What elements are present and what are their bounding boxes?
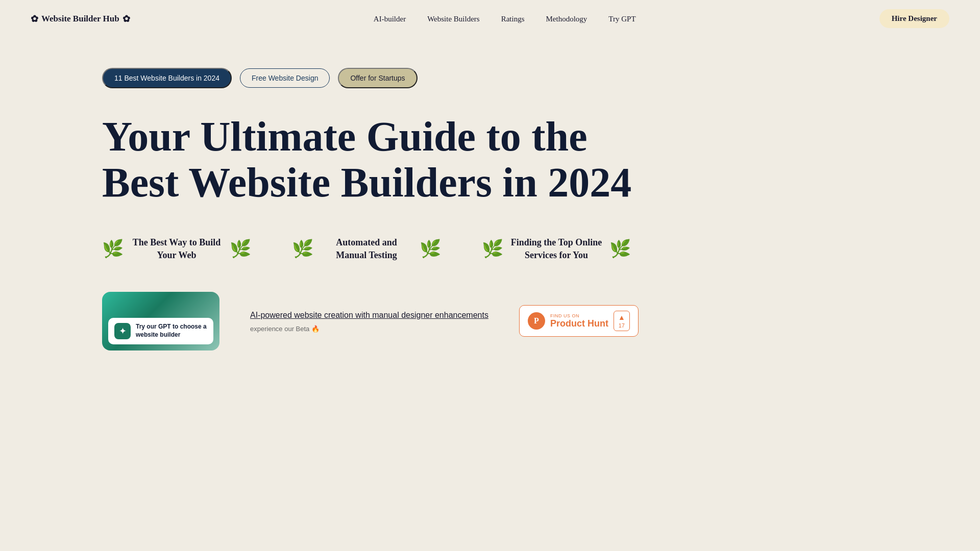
nav-methodology[interactable]: Methodology	[546, 15, 587, 23]
nav-ratings[interactable]: Ratings	[501, 15, 525, 23]
bottom-row: ✦ Try our GPT to choose a website builde…	[102, 292, 878, 381]
feature-services: 🌿 Finding the Top Online Services for Yo…	[482, 236, 631, 261]
gpt-icon: ✦	[114, 323, 131, 339]
nav-website-builders[interactable]: Website Builders	[427, 15, 480, 23]
product-hunt-vote[interactable]: ▲ 17	[614, 311, 630, 331]
gpt-card-text: Try our GPT to choose a website builder	[136, 323, 207, 339]
laurel-right-3: 🌿	[609, 240, 631, 258]
ai-text-sub: experience our Beta 🔥	[250, 325, 488, 333]
product-hunt-logo: P	[528, 312, 545, 330]
nav-ai-builder[interactable]: AI-builder	[374, 15, 406, 23]
product-hunt-find-us: FIND US ON	[550, 313, 608, 318]
ai-text-block: AI-powered website creation with manual …	[250, 310, 488, 333]
feature-text-2: Automated and Manual Testing	[321, 236, 412, 261]
badge-free-design[interactable]: Free Website Design	[240, 68, 330, 88]
upvote-arrow-icon: ▲	[618, 313, 625, 321]
ai-text-main[interactable]: AI-powered website creation with manual …	[250, 310, 488, 321]
laurel-left-1: 🌿	[102, 240, 124, 258]
laurel-right-1: 🌿	[230, 240, 251, 258]
badges-row: 11 Best Website Builders in 2024 Free We…	[102, 68, 878, 88]
product-hunt-badge[interactable]: P FIND US ON Product Hunt ▲ 17	[519, 305, 639, 337]
badge-offer-startups[interactable]: Offer for Startups	[338, 68, 417, 88]
nav-try-gpt[interactable]: Try GPT	[608, 15, 635, 23]
product-hunt-name: Product Hunt	[550, 318, 608, 329]
product-hunt-vote-count: 17	[619, 322, 625, 329]
hero-section: 11 Best Website Builders in 2024 Free We…	[0, 37, 980, 381]
logo-laurel-right: ✿	[122, 13, 130, 24]
nav-links: AI-builder Website Builders Ratings Meth…	[374, 14, 636, 23]
logo-text: Website Builder Hub	[41, 14, 119, 24]
laurel-left-3: 🌿	[482, 240, 503, 258]
logo[interactable]: ✿ Website Builder Hub ✿	[31, 13, 130, 24]
laurel-right-2: 🌿	[420, 240, 441, 258]
hire-designer-button[interactable]: Hire Designer	[879, 9, 949, 28]
feature-text-3: Finding the Top Online Services for You	[510, 236, 602, 261]
features-row: 🌿 The Best Way to Build Your Web 🌿 🌿 Aut…	[102, 236, 878, 261]
feature-text-1: The Best Way to Build Your Web	[131, 236, 223, 261]
gpt-card[interactable]: ✦ Try our GPT to choose a website builde…	[102, 292, 219, 350]
navbar: ✿ Website Builder Hub ✿ AI-builder Websi…	[0, 0, 980, 37]
badge-11-best[interactable]: 11 Best Website Builders in 2024	[102, 68, 232, 88]
logo-laurel-left: ✿	[31, 13, 38, 24]
hero-headline: Your Ultimate Guide to the Best Website …	[102, 114, 664, 206]
feature-best-way: 🌿 The Best Way to Build Your Web 🌿	[102, 236, 251, 261]
laurel-left-2: 🌿	[292, 240, 313, 258]
product-hunt-text: FIND US ON Product Hunt	[550, 313, 608, 329]
feature-testing: 🌿 Automated and Manual Testing 🌿	[292, 236, 441, 261]
